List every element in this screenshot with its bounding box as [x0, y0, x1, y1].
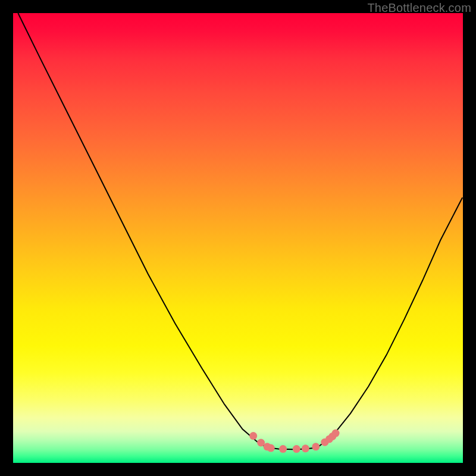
- watermark-text: TheBottleneck.com: [367, 1, 471, 15]
- chart-plot-area: [13, 13, 463, 463]
